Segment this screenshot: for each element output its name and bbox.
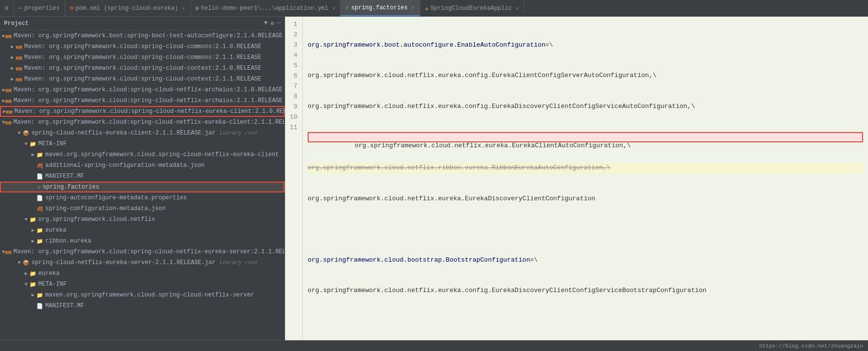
- code-line-5: org.springframework.cloud.netflix.ribbon…: [308, 163, 863, 173]
- tree-item-10[interactable]: ▼ 📦 spring-cloud-netflix-eureka-client-2…: [0, 128, 285, 138]
- folder-icon4: 📁: [36, 238, 43, 244]
- code-line-8: org.springframework.cloud.bootstrap.Boot…: [308, 255, 863, 266]
- item-2-label: Maven: org.springframework.cloud:spring-…: [24, 43, 261, 50]
- line-num-9: 9: [287, 102, 300, 112]
- item-3-label: Maven: org.springframework.cloud:spring-…: [24, 54, 261, 61]
- minimize-icon[interactable]: —: [277, 20, 281, 27]
- folder-icon3: 📁: [36, 227, 43, 234]
- line-numbers: 1 2 3 4 5 6 7 8 9 10 11: [285, 17, 303, 340]
- tree-item-6[interactable]: ▶ ▣▣ Maven: org.springframework.cloud:sp…: [0, 84, 285, 95]
- maven-icon2: ▣▣: [5, 249, 11, 255]
- tree-item-14[interactable]: 📄 MANIFEST.MF: [0, 171, 285, 182]
- arrow: ▶: [29, 152, 36, 158]
- tree-item-3[interactable]: ▶ ▣▣ Maven: org.springframework.cloud:sp…: [0, 52, 285, 63]
- item-11-label: META-INF: [38, 140, 67, 147]
- tab-dash[interactable]: — properties: [14, 0, 65, 16]
- tab-settings[interactable]: ⚙: [0, 0, 14, 16]
- spring-factories-close[interactable]: ✕: [412, 5, 415, 11]
- right-panel: 1 2 3 4 5 6 7 8 9 10 11 org.springframew…: [285, 17, 868, 340]
- tree-item-15[interactable]: 📄 spring-autoconfigure-metadata.properti…: [0, 192, 285, 203]
- tree-item-21[interactable]: ▼ 📦 spring-cloud-netflix-eureka-server-2…: [0, 257, 285, 268]
- content-area: Project ▼ ⚙ — ▶ ▣▣ Maven: org.springfram…: [0, 17, 868, 340]
- line-num-11: 11: [287, 123, 300, 133]
- folder-icon2: 📁: [29, 216, 36, 223]
- arrow: ▶: [29, 238, 36, 244]
- folder-icon7: 📁: [36, 292, 43, 298]
- tab-pom[interactable]: m pom.xml (spring-cloud-eureka) ✕: [65, 0, 190, 16]
- tree-item-23[interactable]: ▼ 📁 META-INF: [0, 279, 285, 290]
- hello-demo-close[interactable]: ✕: [332, 5, 335, 11]
- tree-item-25[interactable]: 📄 MANIFEST.MF: [0, 300, 285, 311]
- tree-item-20[interactable]: ▼ ▣▣ Maven: org.springframework.cloud:sp…: [0, 246, 285, 257]
- yml-icon: ▣: [196, 4, 199, 12]
- item-9-label: Maven: org.springframework.cloud:spring-…: [13, 119, 285, 126]
- item-10-label: spring-cloud-netflix-eureka-client-2.1.1…: [31, 130, 258, 136]
- tab-spring-cloud-applic[interactable]: ☕ SpringCloudEurekaApplic ✕: [420, 0, 524, 16]
- maven-icon: ▣▣: [5, 33, 11, 39]
- project-dropdown-icon[interactable]: ▼: [264, 20, 267, 27]
- pom-close[interactable]: ✕: [182, 5, 185, 11]
- line-num-10: 10: [287, 112, 300, 123]
- item-6-label: Maven: org.springframework.cloud:spring-…: [14, 86, 283, 93]
- settings-gear-icon[interactable]: ⚙: [271, 20, 274, 27]
- tree-item-spring-factories[interactable]: ⚙ spring.factories: [0, 182, 285, 192]
- spring-factories-tab-label: spring.factories: [351, 4, 407, 11]
- maven-icon: ▣▣: [5, 119, 11, 126]
- tree-item-9[interactable]: ▼ ▣▣ Maven: org.springframework.cloud:sp…: [0, 117, 285, 128]
- arrow: ▼: [16, 131, 23, 136]
- xml-icon: m: [70, 5, 73, 12]
- item-24-label: maven.org.springframework.cloud.spring-c…: [45, 292, 254, 298]
- spring-factories-label: spring.factories: [43, 184, 99, 190]
- arrow: ▶: [9, 54, 16, 60]
- line-num-7: 7: [287, 81, 300, 92]
- tree-item-16[interactable]: 🍂 spring-configuration-metadata.json: [0, 203, 285, 214]
- arrow: ▶: [9, 44, 16, 50]
- line-num-2: 2: [287, 30, 300, 40]
- item-25-label: MANIFEST.MF: [45, 302, 84, 309]
- tree-item-2[interactable]: ▶ ▣▣ Maven: org.springframework.cloud:sp…: [0, 41, 285, 52]
- pom-label: pom.xml (spring-cloud-eureka): [76, 5, 178, 12]
- line-num-1: 1: [287, 20, 300, 30]
- tree-item-17[interactable]: ▼ 📁 org.springframework.cloud.netflix: [0, 214, 285, 225]
- maven-icon: ▣▣: [6, 108, 12, 115]
- tree-item-19[interactable]: ▶ 📁 ribbon.eureka: [0, 236, 285, 246]
- left-panel: Project ▼ ⚙ — ▶ ▣▣ Maven: org.springfram…: [0, 17, 285, 340]
- hello-demo-label: hello-demo-peer1\...\application.yml: [201, 5, 328, 12]
- item-5-label: Maven: org.springframework.cloud:spring-…: [24, 76, 261, 82]
- tree-item-18[interactable]: ▶ 📁 eureka: [0, 225, 285, 236]
- tab-spring-factories[interactable]: ⚙ spring.factories ✕: [341, 0, 420, 16]
- line-num-6: 6: [287, 71, 300, 81]
- line-num-4: 4: [287, 51, 300, 61]
- arrow: ▼: [23, 282, 29, 287]
- tree-item-4[interactable]: ▶ ▣▣ Maven: org.springframework.cloud:sp…: [0, 63, 285, 74]
- folder-icon: 📁: [36, 152, 43, 158]
- maven-icon: ▣▣: [16, 44, 22, 50]
- folder-icon6: 📁: [29, 281, 36, 288]
- code-content[interactable]: org.springframework.boot.autoconfigure.E…: [303, 17, 868, 340]
- tree-item-1[interactable]: ▶ ▣▣ Maven: org.springframework.boot:spr…: [0, 30, 285, 41]
- properties-label: properties: [24, 5, 59, 12]
- tree-item-24[interactable]: ▶ 📁 maven.org.springframework.cloud.spri…: [0, 290, 285, 300]
- tree-item-12[interactable]: ▶ 📁 maven.org.springframework.cloud.spri…: [0, 149, 285, 160]
- manifest-icon: 📄: [36, 173, 43, 180]
- tree-item-13[interactable]: 🍂 additional-spring-configuration-metada…: [0, 160, 285, 171]
- tab-hello-demo[interactable]: ▣ hello-demo-peer1\...\application.yml ✕: [191, 0, 341, 16]
- item-12-label: maven.org.springframework.cloud.spring-c…: [45, 151, 279, 158]
- tree-item-22[interactable]: ▶ 📁 eureka: [0, 268, 285, 279]
- spring-factories-icon: ⚙: [37, 184, 41, 190]
- line-num-8: 8: [287, 92, 300, 102]
- item-7-label: Maven: org.springframework.cloud:spring-…: [14, 97, 283, 104]
- arrow: ▶: [29, 292, 36, 298]
- item-17-label: org.springframework.cloud.netflix: [38, 216, 155, 223]
- tree-item-8[interactable]: ▶ ▣▣ Maven: org.springframework.cloud:sp…: [0, 106, 285, 117]
- tree-item-7[interactable]: ▶ ▣▣ Maven: org.springframework.cloud:sp…: [0, 95, 285, 106]
- spring-cloud-applic-label: SpringCloudEurekaApplic: [431, 5, 512, 12]
- tree-item-11[interactable]: ▼ 📁 META-INF: [0, 138, 285, 149]
- spring-cloud-applic-close[interactable]: ✕: [516, 5, 519, 11]
- tree-item-5[interactable]: ▶ ▣▣ Maven: org.springframework.cloud:sp…: [0, 74, 285, 84]
- spring-tab-icon: ⚙: [346, 4, 349, 11]
- tree-container[interactable]: ▶ ▣▣ Maven: org.springframework.boot:spr…: [0, 30, 285, 340]
- arrow: ▼: [23, 217, 29, 222]
- item-13-label: additional-spring-configuration-metadata…: [45, 162, 204, 169]
- maven-icon: ▣▣: [5, 87, 11, 93]
